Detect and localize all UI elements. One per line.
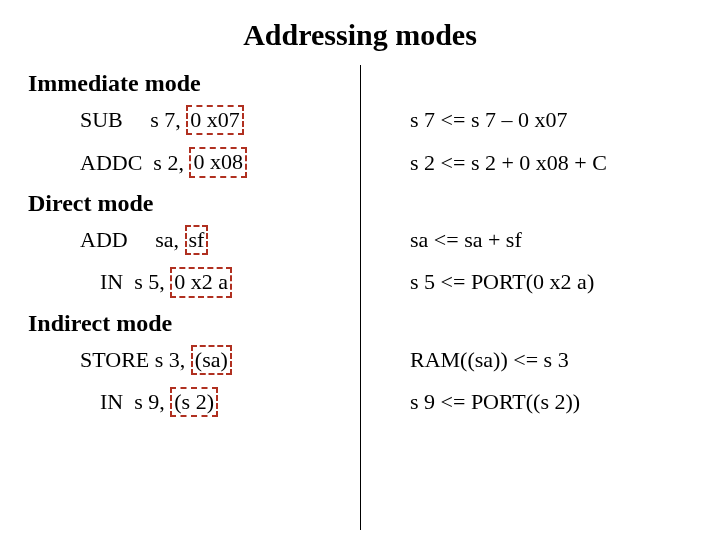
instruction-text: IN s 9, [100,389,170,415]
boxed-operand: 0 x07 [186,105,244,135]
instruction-result: s 9 <= PORT((s 2)) [370,389,720,415]
instruction-text: IN s 5, [100,269,170,295]
boxed-operand: sf [185,225,209,255]
boxed-operand: 0 x08 [189,147,247,177]
instruction-left: SUB s 7, 0 x07 [0,105,370,135]
instruction-text: SUB s 7, [80,107,186,133]
instruction-result: RAM((sa)) <= s 3 [370,347,720,373]
instruction-text: ADD sa, [80,227,185,253]
instruction-result: s 7 <= s 7 – 0 x07 [370,107,720,133]
boxed-operand: (s 2) [170,387,218,417]
instruction-text: ADDC s 2, [80,150,189,176]
instruction-result: sa <= sa + sf [370,227,720,253]
boxed-operand: 0 x2 a [170,267,232,297]
instruction-left: IN s 5, 0 x2 a [0,267,370,297]
instruction-result: s 5 <= PORT(0 x2 a) [370,269,720,295]
instruction-left: STORE s 3, (sa) [0,345,370,375]
instruction-result: s 2 <= s 2 + 0 x08 + C [370,150,720,176]
instruction-left: ADDC s 2, 0 x08 [0,147,370,177]
instruction-left: ADD sa, sf [0,225,370,255]
instruction-text: STORE s 3, [80,347,191,373]
instruction-left: IN s 9, (s 2) [0,387,370,417]
vertical-divider [360,65,361,530]
boxed-operand: (sa) [191,345,232,375]
page-title: Addressing modes [0,0,720,64]
